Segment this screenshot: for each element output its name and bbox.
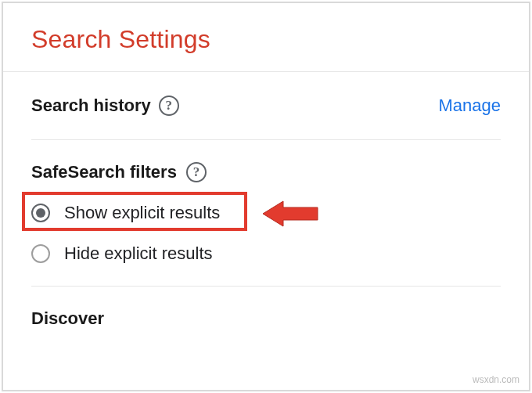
page-title: Search Settings [31,25,501,54]
discover-label: Discover [31,308,104,328]
radio-button-icon [31,244,50,263]
help-icon[interactable]: ? [159,96,179,116]
help-icon[interactable]: ? [186,162,207,182]
radio-label: Hide explicit results [64,243,213,264]
radio-button-icon [31,204,50,222]
content-area: Search history ? Manage SafeSearch filte… [3,72,529,329]
discover-section: Discover [31,287,501,329]
radio-show-explicit[interactable]: Show explicit results [31,200,501,226]
settings-frame: Search Settings Search history ? Manage … [2,2,530,391]
safesearch-header: SafeSearch filters ? [31,162,501,182]
manage-link[interactable]: Manage [438,96,501,116]
watermark-text: wsxdn.com [473,374,519,385]
radio-label: Show explicit results [64,203,220,223]
radio-hide-explicit[interactable]: Hide explicit results [31,240,501,267]
safesearch-options: Show explicit results Hide explicit resu… [31,200,501,267]
search-history-section: Search history ? Manage [31,72,501,140]
radio-dot-icon [36,208,45,218]
safesearch-section: SafeSearch filters ? Show explicit resul… [31,140,501,287]
search-history-left: Search history ? [31,96,179,116]
search-history-label: Search history [31,96,151,116]
page-header: Search Settings [3,3,529,72]
safesearch-label: SafeSearch filters [31,162,177,182]
